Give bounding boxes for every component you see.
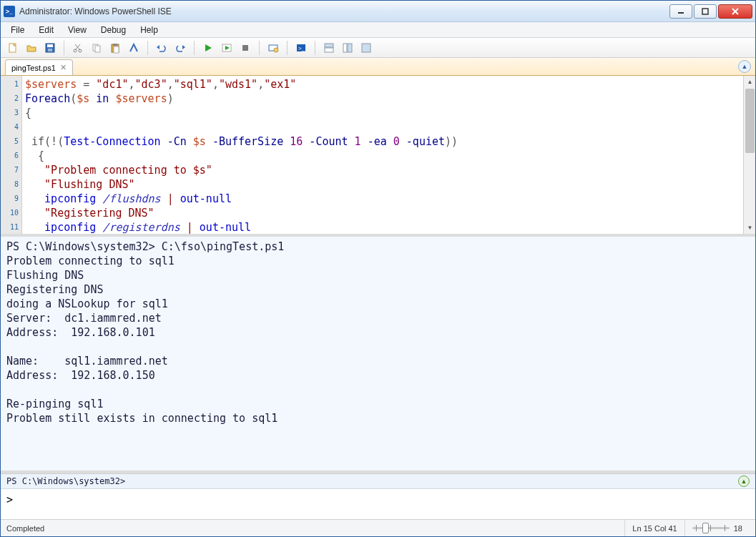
toolbar-separator: [147, 41, 148, 55]
line-number-gutter: 1 2 3 4 5 6 7 8 9 10 11: [1, 76, 22, 234]
line-number: 2: [1, 92, 21, 106]
command-prompt-header: PS C:\Windows\system32> ▲: [1, 474, 755, 489]
cut-icon[interactable]: [70, 40, 86, 56]
svg-rect-13: [95, 46, 100, 52]
toolbar-separator: [315, 41, 315, 55]
svg-rect-30: [348, 44, 352, 52]
menu-file[interactable]: File: [5, 24, 30, 36]
toolbar-separator: [259, 41, 260, 55]
line-number: 1: [1, 77, 21, 92]
svg-rect-15: [113, 44, 117, 46]
svg-rect-1: [702, 9, 708, 14]
layout-script-max-icon[interactable]: [358, 40, 374, 56]
status-text: Completed: [6, 524, 44, 533]
svg-text:>_: >_: [298, 45, 305, 51]
tab-strip: pingTest.ps1 ✕ ▲: [1, 58, 755, 76]
line-number: 5: [1, 134, 21, 149]
scroll-down-icon[interactable]: ▼: [744, 222, 756, 234]
redo-icon[interactable]: [172, 40, 188, 56]
run-selection-icon[interactable]: [219, 40, 235, 56]
svg-marker-19: [205, 44, 212, 51]
window-title: Administrator: Windows PowerShell ISE: [19, 6, 172, 16]
menu-debug[interactable]: Debug: [95, 24, 132, 36]
menubar: File Edit View Debug Help: [1, 22, 755, 38]
paste-icon[interactable]: [107, 40, 123, 56]
tab-label: pingTest.ps1: [11, 64, 56, 72]
output-pane[interactable]: PS C:\Windows\system32> C:\fso\pingTest.…: [1, 237, 755, 473]
minimize-button[interactable]: [669, 4, 692, 19]
scroll-thumb[interactable]: [745, 89, 755, 153]
svg-rect-6: [47, 44, 53, 47]
code-area[interactable]: $servers = "dc1","dc3","sql1","wds1","ex…: [22, 76, 755, 234]
save-icon[interactable]: [42, 40, 58, 56]
line-number: 6: [1, 149, 21, 163]
menu-help[interactable]: Help: [134, 24, 164, 36]
scroll-up-icon[interactable]: ▲: [744, 76, 756, 88]
new-remote-tab-icon[interactable]: [265, 40, 281, 56]
layout-script-right-icon[interactable]: [340, 40, 355, 56]
svg-marker-18: [182, 45, 185, 49]
svg-point-24: [274, 48, 278, 52]
svg-marker-17: [157, 45, 159, 49]
run-script-icon[interactable]: [200, 40, 216, 56]
titlebar: >_ Administrator: Windows PowerShell ISE: [1, 1, 755, 22]
tab-close-icon[interactable]: ✕: [60, 63, 67, 72]
script-editor[interactable]: 1 2 3 4 5 6 7 8 9 10 11 $servers = "dc1"…: [1, 76, 755, 237]
collapse-script-pane-icon[interactable]: ▲: [738, 60, 751, 73]
svg-rect-22: [242, 45, 248, 51]
svg-rect-29: [343, 44, 347, 52]
toolbar-separator: [64, 41, 64, 55]
maximize-button[interactable]: [694, 4, 717, 19]
svg-rect-27: [325, 44, 333, 47]
svg-rect-7: [48, 49, 52, 51]
zoom-knob[interactable]: [702, 523, 709, 533]
editor-scrollbar[interactable]: ▲ ▼: [743, 76, 755, 234]
line-number: 3: [1, 106, 21, 120]
line-number: 9: [1, 192, 21, 206]
line-number: 11: [1, 220, 21, 235]
cursor-position: Ln 15 Col 41: [624, 520, 684, 536]
menu-edit[interactable]: Edit: [33, 24, 59, 36]
svg-rect-28: [325, 48, 333, 52]
toolbar-separator: [194, 41, 195, 55]
line-number: 7: [1, 163, 21, 177]
menu-view[interactable]: View: [62, 24, 92, 36]
undo-icon[interactable]: [154, 40, 170, 56]
layout-script-top-icon[interactable]: [321, 40, 337, 56]
zoom-control[interactable]: 18: [684, 520, 750, 536]
app-icon: >_: [4, 6, 15, 17]
open-file-icon[interactable]: [24, 40, 39, 56]
svg-rect-31: [362, 44, 370, 52]
toolbar-separator: [287, 41, 288, 55]
line-number: 8: [1, 177, 21, 192]
window-controls: [669, 4, 752, 19]
powershell-console-icon[interactable]: >_: [293, 40, 309, 56]
line-number: 4: [1, 120, 21, 134]
stop-icon[interactable]: [237, 40, 253, 56]
tab-pingtest[interactable]: pingTest.ps1 ✕: [5, 59, 73, 75]
toolbar: >_: [1, 38, 755, 58]
ise-window: >_ Administrator: Windows PowerShell ISE…: [0, 0, 756, 537]
line-number: 10: [1, 206, 21, 220]
command-prompt-text: PS C:\Windows\system32>: [6, 476, 125, 486]
expand-command-pane-icon[interactable]: ▲: [738, 476, 750, 487]
command-pane: PS C:\Windows\system32> ▲ >: [1, 473, 755, 519]
copy-icon[interactable]: [89, 40, 104, 56]
zoom-value: 18: [734, 524, 742, 533]
statusbar: Completed Ln 15 Col 41 18: [1, 519, 755, 536]
clear-icon[interactable]: [126, 40, 142, 56]
svg-rect-16: [114, 46, 119, 53]
zoom-slider[interactable]: [692, 527, 730, 529]
command-input[interactable]: >: [1, 489, 755, 519]
close-button[interactable]: [718, 4, 752, 19]
new-file-icon[interactable]: [5, 40, 21, 56]
